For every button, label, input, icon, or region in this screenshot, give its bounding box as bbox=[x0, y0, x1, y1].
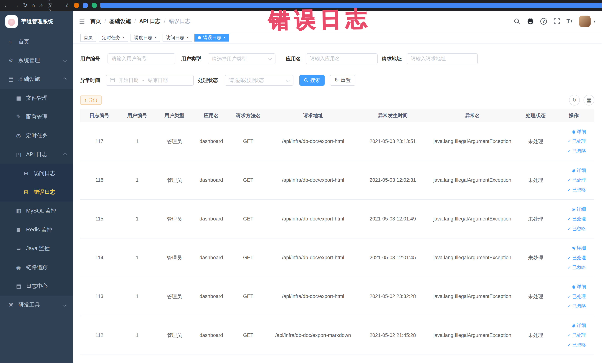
tab-schedule-log[interactable]: 调度日志× bbox=[130, 34, 160, 41]
processed-link[interactable]: ✓已处理 bbox=[553, 253, 586, 263]
tab-scheduled-tasks[interactable]: 定时任务× bbox=[99, 34, 128, 41]
ignore-link[interactable]: ✓已忽略 bbox=[553, 263, 586, 272]
ignore-link[interactable]: ✓已忽略 bbox=[553, 185, 586, 195]
ignore-icon: ✓ bbox=[568, 226, 571, 231]
sidebar-item-redis-monitor[interactable]: ≣Redis 监控 bbox=[0, 220, 73, 239]
exception-time-label: 异常时间 bbox=[80, 77, 101, 84]
search-icon[interactable] bbox=[513, 18, 520, 25]
action-label: 已处理 bbox=[572, 255, 586, 260]
breadcrumb-separator: / bbox=[164, 18, 165, 24]
processed-link[interactable]: ✓已处理 bbox=[553, 214, 586, 224]
processed-link[interactable]: ✓已处理 bbox=[553, 292, 586, 302]
breadcrumb-item[interactable]: API 日志 bbox=[139, 18, 160, 25]
ignore-link[interactable]: ✓已忽略 bbox=[553, 224, 586, 234]
detail-link[interactable]: ◉详细 bbox=[553, 282, 586, 292]
sidebar-item-label: 日志中心 bbox=[26, 282, 48, 290]
forward-icon[interactable]: → bbox=[13, 3, 19, 8]
ignore-link[interactable]: ✓已忽略 bbox=[553, 340, 586, 350]
sidebar-item-link-tracing[interactable]: ◉链路追踪 bbox=[0, 258, 73, 277]
table-body: 1171管理员dashboardGET/api/infra/db-doc/exp… bbox=[80, 122, 594, 354]
user-type-select[interactable]: 请选择用户类型 bbox=[208, 53, 276, 64]
table-row: 1151管理员dashboardGET/api/infra/db-doc/exp… bbox=[80, 200, 594, 238]
close-icon[interactable]: × bbox=[223, 35, 226, 40]
ignore-link[interactable]: ✓已忽略 bbox=[553, 301, 586, 311]
sidebar-item-scheduled-tasks[interactable]: ◷定时任务 bbox=[0, 126, 73, 145]
detail-link[interactable]: ◉详细 bbox=[553, 127, 586, 137]
breadcrumb-item[interactable]: 首页 bbox=[90, 18, 101, 25]
column-header: 日志编号 bbox=[80, 109, 119, 122]
search-button[interactable]: 搜索 bbox=[299, 75, 325, 86]
app-name-input[interactable] bbox=[306, 53, 378, 64]
hamburger-icon[interactable]: ☰ bbox=[79, 17, 85, 25]
table-row: 1131管理员dashboardGET/api/infra/db-doc/exp… bbox=[80, 277, 594, 316]
sidebar-item-home[interactable]: ⌂首页 bbox=[0, 32, 73, 51]
processed-icon: ✓ bbox=[568, 139, 571, 144]
cell-app_name: dashboard bbox=[193, 161, 230, 200]
tab-home[interactable]: 首页 bbox=[80, 34, 96, 41]
user-id-input[interactable] bbox=[107, 53, 175, 64]
sidebar-item-dev-tools[interactable]: ⚒研发工具 bbox=[0, 295, 73, 314]
bookmark-star-icon[interactable]: ☆ bbox=[65, 3, 70, 8]
cell-exception: java.lang.IllegalArgumentException bbox=[426, 277, 519, 316]
sidebar-item-log-center[interactable]: ▤日志中心 bbox=[0, 277, 73, 295]
reload-icon[interactable]: ↻ bbox=[23, 3, 27, 8]
extension-blue-grid[interactable] bbox=[100, 3, 602, 8]
github-icon[interactable] bbox=[527, 18, 534, 25]
extension-green-circle[interactable] bbox=[92, 3, 97, 8]
detail-link[interactable]: ◉详细 bbox=[553, 204, 586, 214]
home-icon[interactable]: ⌂ bbox=[32, 3, 35, 8]
sidebar-item-java-monitor[interactable]: ☕Java 监控 bbox=[0, 239, 73, 258]
export-button[interactable]: ↑ 导出 bbox=[80, 95, 102, 105]
close-icon[interactable]: × bbox=[122, 35, 125, 40]
chevron-down-icon bbox=[63, 59, 67, 62]
extension-blue-drop[interactable] bbox=[83, 3, 88, 8]
navbar-actions: ? TT ▾ bbox=[513, 16, 595, 27]
refresh-table-button[interactable]: ↻ bbox=[569, 95, 580, 106]
cell-method: GET bbox=[230, 122, 267, 161]
processed-link[interactable]: ✓已处理 bbox=[553, 175, 586, 185]
detail-link[interactable]: ◉详细 bbox=[553, 243, 586, 253]
tab-error-log[interactable]: 错误日志× bbox=[195, 34, 229, 41]
sidebar-item-access-log[interactable]: ⊞访问日志 bbox=[0, 164, 73, 183]
font-size-icon[interactable]: TT bbox=[567, 18, 572, 25]
column-settings-button[interactable]: ▦ bbox=[583, 95, 594, 106]
help-icon[interactable]: ? bbox=[540, 18, 547, 24]
detail-link[interactable]: ◉详细 bbox=[553, 321, 586, 330]
back-icon[interactable]: ← bbox=[4, 3, 9, 8]
tab-access-log[interactable]: 访问日志× bbox=[162, 34, 192, 41]
processed-link[interactable]: ✓已处理 bbox=[553, 137, 586, 146]
screen: ← → ↻ ⌂ ⚠ 不安全 dashboard.yudao.iocoder.cn… bbox=[0, 0, 602, 363]
reset-button[interactable]: ↻ 重置 bbox=[330, 75, 355, 86]
user-avatar[interactable] bbox=[579, 16, 591, 27]
caret-down-icon[interactable]: ▾ bbox=[593, 19, 595, 23]
request-url-input[interactable] bbox=[407, 53, 478, 64]
sidebar-item-infrastructure[interactable]: ▤基础设施 bbox=[0, 70, 73, 89]
exception-time-range-picker[interactable]: 开始日期 - 结束日期 bbox=[106, 75, 194, 86]
sidebar-item-api-logs[interactable]: ◳API 日志 bbox=[0, 145, 73, 164]
tab-label: 错误日志 bbox=[203, 35, 221, 41]
detail-link[interactable]: ◉详细 bbox=[553, 165, 586, 176]
close-icon[interactable]: × bbox=[186, 35, 189, 40]
sidebar-item-config-management[interactable]: ✎配置管理 bbox=[0, 107, 73, 126]
ignore-link[interactable]: ✓已忽略 bbox=[553, 146, 586, 156]
close-icon[interactable]: × bbox=[154, 35, 157, 40]
cell-status: 未处理 bbox=[519, 200, 553, 238]
processed-link[interactable]: ✓已处理 bbox=[553, 330, 586, 340]
sidebar-item-file-management[interactable]: ▣文件管理 bbox=[0, 89, 73, 107]
fullscreen-icon[interactable] bbox=[554, 18, 560, 24]
cell-status: 未处理 bbox=[519, 161, 553, 200]
date-start-placeholder: 开始日期 bbox=[119, 77, 139, 84]
action-label: 已忽略 bbox=[572, 304, 586, 309]
logo[interactable]: 芋道管理系统 bbox=[0, 11, 73, 32]
breadcrumb-item[interactable]: 基础设施 bbox=[109, 18, 131, 25]
request-url-label: 请求地址 bbox=[382, 55, 402, 62]
cell-time: 2021-05-03 12:01:45 bbox=[359, 238, 426, 277]
table-header-row: 日志编号用户编号用户类型应用名请求方法名请求地址异常发生时间异常名处理状态操作 bbox=[80, 109, 594, 122]
cell-user_type: 管理员 bbox=[156, 122, 193, 161]
process-status-select[interactable]: 请选择处理状态 bbox=[225, 75, 294, 86]
sidebar-item-error-log[interactable]: ⊞错误日志 bbox=[0, 183, 73, 201]
sidebar-item-mysql-monitor[interactable]: ▥MySQL 监控 bbox=[0, 201, 73, 220]
action-label: 已忽略 bbox=[572, 342, 586, 347]
extension-orange-circle[interactable] bbox=[74, 3, 79, 8]
sidebar-item-system-management[interactable]: ⚙系统管理 bbox=[0, 51, 73, 70]
